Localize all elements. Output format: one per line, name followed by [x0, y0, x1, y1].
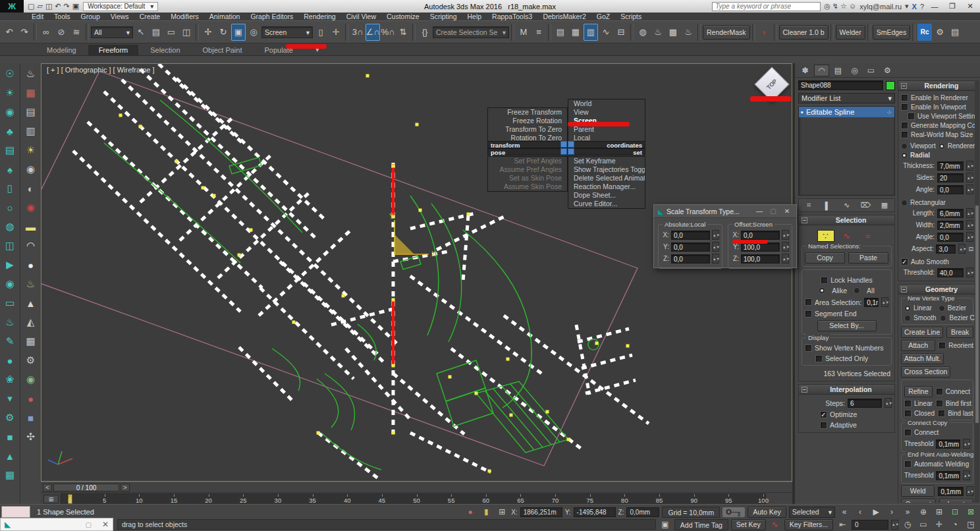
quad-caption-transform[interactable]: transform: [487, 141, 568, 148]
monitor-icon[interactable]: ▭: [1, 294, 18, 312]
dialog-title-bar[interactable]: ◣ Scale Transform Type... — ▢ ✕: [654, 205, 796, 218]
select-scale-icon[interactable]: ▣: [231, 24, 246, 41]
redo-small-icon[interactable]: ↷: [64, 2, 70, 11]
offset-x-field[interactable]: 0,0: [741, 231, 780, 240]
area-selection-checkbox[interactable]: [805, 298, 812, 306]
offset-z-spinner[interactable]: ▲▼: [782, 254, 789, 264]
previous-key-icon[interactable]: ‹: [854, 507, 867, 517]
closed-checkbox[interactable]: [904, 410, 912, 417]
mirror-icon[interactable]: M: [516, 24, 531, 41]
droplet-icon[interactable]: ▾: [1, 390, 18, 407]
menu-scripts[interactable]: Scripts: [615, 13, 647, 20]
menu-group[interactable]: Group: [76, 13, 105, 20]
weld-value-field[interactable]: 0,1mm: [938, 487, 964, 496]
account-chevron-icon[interactable]: ▾: [905, 2, 909, 11]
next-frame-button[interactable]: >: [121, 484, 130, 491]
project-folder-icon[interactable]: ▣: [72, 2, 79, 11]
yellow-rect-icon[interactable]: ▬: [22, 218, 40, 235]
create-line-button[interactable]: Create Line: [901, 327, 943, 338]
list2-icon[interactable]: ▤: [22, 103, 40, 121]
vertex-subobject-icon[interactable]: ∵: [817, 230, 834, 242]
use-pivot-center-icon[interactable]: ▯: [313, 24, 328, 41]
select-rotate-icon[interactable]: ↻: [216, 24, 231, 41]
threshold-field[interactable]: 40,0: [937, 268, 964, 277]
camera-light-icon[interactable]: ◉: [22, 161, 40, 178]
linear-radio[interactable]: [904, 305, 911, 312]
quad-item-view[interactable]: View: [568, 108, 645, 117]
maxscript-mini-listener[interactable]: [1, 506, 30, 518]
all-radio[interactable]: [854, 287, 860, 294]
zoom-all-icon[interactable]: ⊞: [933, 507, 946, 517]
remove-modifier-icon[interactable]: ⌦: [858, 200, 873, 211]
renderer-radio[interactable]: [939, 143, 945, 150]
absolute-x-field[interactable]: 0,0: [671, 231, 710, 240]
select-place-icon[interactable]: ◎: [246, 24, 261, 41]
favorites-star-icon[interactable]: ☆: [840, 2, 849, 10]
quad-item-delete-selected-animation[interactable]: Delete Selected Animation: [568, 174, 645, 182]
select-manipulate-icon[interactable]: ✛: [329, 24, 343, 41]
dialog-minimize-button[interactable]: —: [754, 208, 765, 215]
render-setup-icon[interactable]: ♨: [651, 24, 665, 41]
application-menu-button[interactable]: Ж: [0, 0, 24, 13]
modifier-list-dropdown[interactable]: Modifier List▾: [798, 93, 895, 103]
quad-item-dope-sheet[interactable]: Dope Sheet...: [568, 191, 645, 200]
time-slider-value[interactable]: 0 / 100: [53, 484, 119, 491]
bind-last-checkbox[interactable]: [938, 410, 945, 417]
search-binoculars-icon[interactable]: ◎: [824, 2, 832, 10]
refine-button[interactable]: Refine: [904, 386, 933, 397]
green-ball-icon[interactable]: ◉: [22, 371, 40, 388]
key-filters-button[interactable]: Key Filters...: [784, 519, 833, 530]
rendermask-button[interactable]: RenderMask: [703, 25, 750, 40]
rendering-rollout-header[interactable]: −Rendering: [898, 81, 976, 91]
connect-threshold-spinner[interactable]: ▲▼: [963, 439, 970, 449]
quad-item-reaction-manager[interactable]: Reaction Manager...: [568, 182, 645, 191]
dialog-close-button[interactable]: ✕: [782, 208, 792, 215]
scale-transform-dialog[interactable]: ◣ Scale Transform Type... — ▢ ✕ Absolute…: [653, 204, 797, 268]
create-tab[interactable]: ✽: [798, 65, 813, 76]
viewport[interactable]: XY [ + ] [ Orthographic ] [ Wireframe ] …: [41, 63, 792, 482]
go-to-start-icon[interactable]: «: [838, 507, 851, 517]
aspect-spinner[interactable]: ▲▼: [958, 244, 966, 254]
quad-item-world[interactable]: World: [568, 99, 645, 108]
steps-field[interactable]: 6: [848, 399, 882, 408]
refine-linear-checkbox[interactable]: [904, 400, 912, 407]
quad-caption-pose[interactable]: pose: [487, 148, 568, 155]
zoom-extents-icon[interactable]: ⊡: [948, 507, 962, 517]
tab-selection[interactable]: Selection: [140, 45, 190, 55]
quad-item-set-keyframe[interactable]: Set Keyframe: [568, 157, 645, 165]
motion-tab[interactable]: ◎: [847, 65, 862, 76]
material-editor-icon[interactable]: ◍: [636, 24, 650, 41]
menu-animation[interactable]: Animation: [204, 13, 246, 20]
panel-scrollbar[interactable]: [975, 80, 979, 503]
menu-modifiers[interactable]: Modifiers: [165, 13, 204, 20]
next-key-icon[interactable]: ›: [885, 507, 898, 517]
mini-curve-editor-button[interactable]: ⊞: [43, 495, 59, 503]
smedges-button[interactable]: SmEdges: [873, 25, 911, 40]
select-link-icon[interactable]: ∞: [39, 24, 53, 41]
layer-manager-icon[interactable]: ▤: [553, 24, 568, 41]
offset-x-spinner[interactable]: ▲▼: [782, 230, 789, 240]
schematic-view-icon[interactable]: ⊟: [614, 24, 628, 41]
coord-x-field[interactable]: 1866,251m: [520, 507, 562, 517]
alike-radio[interactable]: [819, 287, 825, 294]
absolute-z-spinner[interactable]: ▲▼: [712, 254, 719, 264]
radial-radio[interactable]: [901, 152, 908, 159]
spinner-snap-icon[interactable]: ⇅: [396, 24, 410, 41]
quad-item-show-trajectories-toggle[interactable]: Show Trajectories Toggle: [568, 165, 645, 174]
rectangular-radio[interactable]: [901, 200, 908, 206]
previous-frame-button[interactable]: <: [43, 484, 52, 491]
menu-graph-editors[interactable]: Graph Editors: [245, 13, 298, 20]
unlink-icon[interactable]: ⊘: [54, 24, 68, 41]
object-color-swatch[interactable]: [886, 81, 895, 90]
mini-close-icon[interactable]: ✕: [102, 520, 109, 529]
restore-button[interactable]: ❐: [945, 2, 960, 11]
white-sphere-icon[interactable]: ●: [22, 256, 40, 273]
rc-icon[interactable]: Rc: [917, 24, 932, 41]
weld-threshold-field[interactable]: 0,1mm: [936, 471, 960, 480]
quad-caption-set[interactable]: set: [568, 148, 645, 155]
coord-y-field[interactable]: -1495,848: [574, 507, 616, 517]
percent-snap-icon[interactable]: %∩: [381, 24, 395, 41]
selected-only-checkbox[interactable]: [815, 355, 823, 362]
menu-views[interactable]: Views: [105, 13, 134, 20]
bind-first-checkbox[interactable]: [936, 400, 943, 407]
